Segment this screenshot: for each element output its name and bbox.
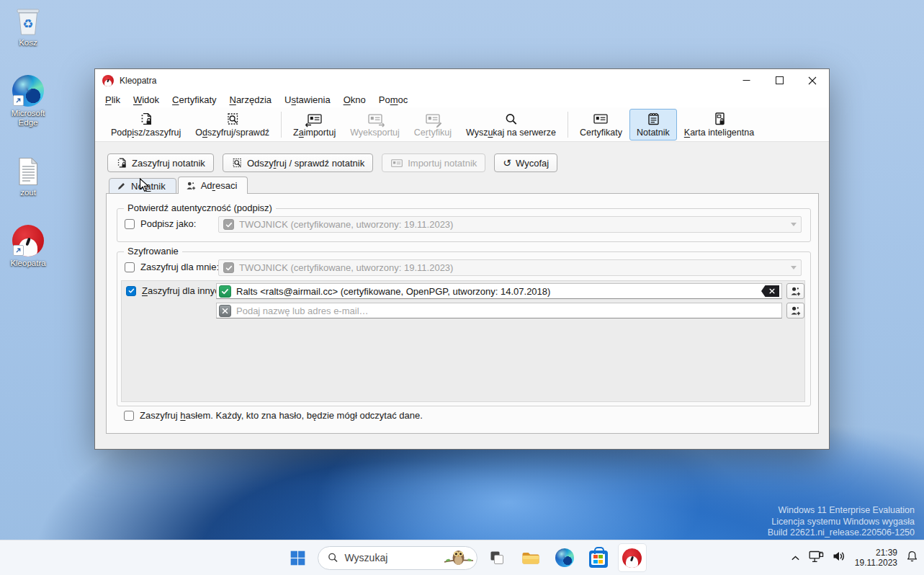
shortcut-arrow-icon	[13, 245, 24, 256]
desktop-icon-edge[interactable]: Microsoft Edge	[1, 75, 55, 128]
system-tray: 21:39 19.11.2023	[791, 540, 918, 575]
recipient-input[interactable]: Ralts <ralts@airmail.cc> (certyfikowane,…	[216, 283, 782, 299]
desktop-icon-label: Kosz	[19, 38, 37, 48]
disabled-checked-icon	[223, 262, 234, 273]
tab-adresaci[interactable]: Adresaci	[178, 177, 248, 194]
encrypt-notepad-button[interactable]: Zaszyfruj notatnik	[107, 153, 214, 172]
tray-time: 21:39	[876, 548, 897, 558]
desktop-icon-label: zout	[20, 188, 36, 197]
bell-icon	[906, 550, 918, 563]
lookup-server-icon	[504, 112, 518, 127]
search-highlight-owl-icon	[443, 548, 475, 569]
taskbar-search[interactable]: Wyszukaj	[318, 546, 477, 570]
desktop-icon-label: Microsoft Edge	[2, 109, 54, 128]
unknown-recipient-icon	[219, 305, 231, 317]
desktop: ♻ Kosz Microsoft Edge zout	[0, 0, 924, 575]
add-person-icon	[790, 306, 801, 316]
import-notepad-button: Importuj notatnik	[382, 153, 485, 172]
select-certificate-button[interactable]	[786, 303, 804, 318]
encrypt-group: Szyfrowanie Zaszyfruj dla mnie: TWOJNICK…	[117, 251, 811, 406]
sign-group: Potwierdź autentyczność (podpisz) Podpis…	[117, 208, 811, 242]
recycle-bin-icon: ♻	[15, 6, 41, 36]
new-recipient-input[interactable]: Podaj nazwę lub adres e-mail…	[216, 303, 782, 318]
sign-as-label: Podpisz jako:	[140, 218, 196, 229]
recipient-value: Ralts <ralts@airmail.cc> (certyfikowane,…	[236, 286, 550, 297]
menu-widok[interactable]: Widok	[127, 93, 166, 107]
app-icon	[102, 75, 114, 86]
close-button[interactable]	[796, 69, 829, 92]
encrypt-group-title: Szyfrowanie	[124, 246, 182, 257]
menu-certyfikaty[interactable]: Certyfikaty	[166, 93, 223, 107]
svg-text:♻: ♻	[22, 17, 33, 31]
menu-ustawienia[interactable]: Ustawienia	[278, 93, 337, 107]
decrypt-notepad-icon	[231, 157, 243, 169]
clear-recipient-button[interactable]	[761, 285, 779, 297]
tray-volume[interactable]	[833, 551, 846, 565]
store-button[interactable]	[584, 543, 613, 572]
kleopatra-icon	[622, 548, 642, 568]
mouse-cursor	[139, 178, 150, 193]
import-notepad-icon	[390, 159, 403, 168]
toolbar-sign-encrypt[interactable]: Podpisz/zaszyfruj	[104, 109, 188, 141]
undo-button[interactable]: ↺ Wycofaj	[494, 153, 557, 172]
minimize-button[interactable]	[730, 69, 763, 92]
desktop-icon-label: Kleopatra	[10, 259, 45, 268]
tray-date: 19.11.2023	[855, 558, 897, 568]
chevron-down-icon	[791, 266, 797, 269]
desktop-icon-recycle-bin[interactable]: ♻ Kosz	[1, 6, 55, 48]
watermark-line: Licencja systemu Windows wygasła	[768, 517, 915, 528]
smartcard-icon	[712, 112, 726, 127]
toolbar-certificates[interactable]: Certyfikaty	[573, 109, 629, 141]
encrypt-for-me-label: Zaszyfruj dla mnie:	[140, 262, 219, 272]
windows-watermark: Windows 11 Enterprise Evaluation Licencj…	[768, 505, 915, 539]
toolbar-smartcard[interactable]: Karta inteligentna	[677, 109, 761, 141]
encrypt-for-me-checkbox[interactable]	[125, 262, 135, 272]
text-document-icon	[16, 157, 40, 186]
import-certificate-icon	[307, 112, 323, 127]
sign-group-title: Potwierdź autentyczność (podpisz)	[124, 202, 276, 213]
disabled-checked-icon	[223, 219, 234, 230]
tray-notifications[interactable]	[906, 550, 918, 566]
desktop-icon-kleopatra[interactable]: Kleopatra	[1, 225, 55, 268]
chevron-up-icon	[791, 555, 800, 561]
edge-button[interactable]	[550, 543, 579, 572]
toolbar-lookup-server[interactable]: Wyszukaj na serwerze	[459, 109, 563, 141]
menu-pomoc[interactable]: Pomoc	[372, 93, 414, 107]
tray-chevron-up[interactable]	[791, 551, 800, 564]
password-row: Zaszyfruj hasłem. Każdy, kto zna hasło, …	[124, 410, 423, 421]
new-recipient-placeholder: Podaj nazwę lub adres e-mail…	[236, 306, 369, 316]
main-toolbar: Podpisz/zaszyfruj Odszyfruj/sprawdź Zaim…	[95, 107, 829, 142]
start-button[interactable]	[284, 543, 313, 572]
menu-okno[interactable]: Okno	[337, 93, 372, 107]
tray-network[interactable]	[809, 551, 824, 566]
toolbar-import[interactable]: Zaimportuj	[286, 109, 343, 141]
menu-narzedzia[interactable]: Narzędzia	[223, 93, 279, 107]
tray-clock[interactable]: 21:39 19.11.2023	[855, 548, 897, 568]
encrypt-with-password-checkbox[interactable]	[124, 411, 134, 421]
kleopatra-taskbar-button[interactable]	[618, 543, 647, 572]
undo-icon: ↺	[503, 158, 511, 168]
task-view-button[interactable]	[483, 543, 511, 572]
pencil-icon	[117, 182, 126, 191]
edge-icon	[555, 548, 574, 567]
desktop-icon-zout[interactable]: zout	[1, 157, 55, 197]
toolbar-decrypt-verify[interactable]: Odszyfruj/sprawdź	[188, 109, 277, 141]
maximize-button[interactable]	[763, 69, 796, 92]
title-bar[interactable]: Kleopatra	[95, 69, 829, 92]
encrypt-for-others-label: Zaszyfruj dla innych:	[142, 285, 228, 296]
menu-bar: Plik Widok Certyfikaty Narzędzia Ustawie…	[95, 92, 829, 107]
file-explorer-button[interactable]	[516, 543, 545, 572]
windows-start-icon	[290, 551, 305, 566]
watermark-line: Build 22621.ni_release.220506-1250	[768, 527, 915, 539]
toolbar-separator	[568, 112, 568, 138]
encrypt-with-password-label: Zaszyfruj hasłem. Każdy, kto zna hasło, …	[140, 410, 423, 421]
toolbar-separator	[281, 112, 282, 138]
toolbar-notepad[interactable]: Notatnik	[629, 109, 677, 141]
sign-encrypt-icon	[139, 112, 153, 127]
window-title: Kleopatra	[120, 76, 156, 86]
select-certificate-button[interactable]	[786, 283, 804, 299]
decrypt-notepad-button[interactable]: Odszyfruj / sprawdź notatnik	[223, 153, 373, 172]
encrypt-for-others-checkbox[interactable]	[126, 286, 136, 296]
sign-as-checkbox[interactable]	[125, 219, 135, 229]
menu-plik[interactable]: Plik	[99, 93, 127, 107]
